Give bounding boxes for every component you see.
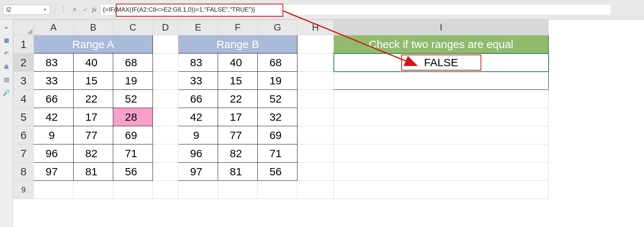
cell-A8[interactable]: 97	[34, 163, 74, 181]
range-a-header[interactable]: Range A	[34, 35, 153, 53]
cell-A5[interactable]: 42	[34, 108, 74, 126]
name-box-dropdown-icon[interactable]: ▼	[43, 8, 47, 12]
cell-H5[interactable]	[297, 108, 334, 126]
row-header-5[interactable]: 5	[13, 108, 34, 126]
cell-H9[interactable]	[297, 181, 334, 199]
select-all-corner[interactable]	[13, 20, 34, 35]
cell-H6[interactable]	[297, 126, 334, 144]
cell-D9[interactable]	[153, 181, 178, 199]
cell-I3[interactable]	[334, 72, 549, 90]
cell-G9[interactable]	[258, 181, 297, 199]
cell-H1[interactable]	[297, 35, 334, 53]
find-icon[interactable]: 🔎	[3, 89, 11, 97]
cell-B2[interactable]: 40	[74, 53, 113, 72]
cell-G7[interactable]: 71	[258, 144, 297, 163]
cell-E3[interactable]: 33	[178, 72, 218, 90]
cell-E4[interactable]: 66	[178, 90, 218, 108]
cell-H2[interactable]	[297, 53, 334, 72]
row-header-8[interactable]: 8	[13, 163, 34, 181]
cell-F5[interactable]: 17	[218, 108, 258, 126]
cell-D5[interactable]	[153, 108, 178, 126]
cell-A9[interactable]	[34, 181, 74, 199]
cell-G5[interactable]: 32	[258, 108, 297, 126]
row-header-9[interactable]: 9	[13, 181, 34, 199]
cell-C2[interactable]: 68	[113, 53, 153, 72]
col-header-B[interactable]: B	[74, 20, 113, 35]
cell-E7[interactable]: 96	[178, 144, 218, 163]
grid-icon[interactable]: ▤	[3, 76, 11, 84]
table-icon[interactable]: ▦	[3, 36, 11, 44]
cell-D1[interactable]	[153, 35, 178, 53]
cell-F6[interactable]: 77	[218, 126, 258, 144]
range-b-header[interactable]: Range B	[178, 35, 297, 53]
cell-H3[interactable]	[297, 72, 334, 90]
row-header-4[interactable]: 4	[13, 90, 34, 108]
row-header-7[interactable]: 7	[13, 144, 34, 163]
cell-B3[interactable]: 15	[74, 72, 113, 90]
cell-E8[interactable]: 97	[178, 163, 218, 181]
cell-D6[interactable]	[153, 126, 178, 144]
cell-D3[interactable]	[153, 72, 178, 90]
cell-D7[interactable]	[153, 144, 178, 163]
col-header-F[interactable]: F	[218, 20, 258, 35]
col-header-D[interactable]: D	[153, 20, 178, 35]
cell-I5[interactable]	[334, 108, 549, 126]
cancel-icon[interactable]: ✕	[70, 6, 78, 14]
accept-icon[interactable]: ✓	[81, 6, 89, 14]
cell-H4[interactable]	[297, 90, 334, 108]
cell-D8[interactable]	[153, 163, 178, 181]
cell-B4[interactable]: 22	[74, 90, 113, 108]
col-header-C[interactable]: C	[113, 20, 153, 35]
check-header[interactable]: Check if two ranges are equal	[334, 35, 549, 53]
col-header-H[interactable]: H	[297, 20, 334, 35]
cell-G4[interactable]: 52	[258, 90, 297, 108]
cell-H8[interactable]	[297, 163, 334, 181]
print-icon[interactable]: 🖶	[3, 63, 11, 71]
cell-G6[interactable]: 69	[258, 126, 297, 144]
cell-A4[interactable]: 66	[34, 90, 74, 108]
cell-F4[interactable]: 22	[218, 90, 258, 108]
cell-B8[interactable]: 81	[74, 163, 113, 181]
cell-E2[interactable]: 83	[178, 53, 218, 72]
expand-panel-icon[interactable]: »	[3, 23, 11, 31]
cell-I7[interactable]	[334, 144, 549, 163]
cell-F2[interactable]: 40	[218, 53, 258, 72]
cell-I4[interactable]	[334, 90, 549, 108]
cell-D2[interactable]	[153, 53, 178, 72]
cell-E9[interactable]	[178, 181, 218, 199]
spreadsheet-grid[interactable]: A B C D E F G H I 1 Range A Range B Chec…	[13, 20, 644, 227]
col-header-E[interactable]: E	[178, 20, 218, 35]
cell-G8[interactable]: 56	[258, 163, 297, 181]
col-header-A[interactable]: A	[34, 20, 74, 35]
cell-E6[interactable]: 9	[178, 126, 218, 144]
cell-A6[interactable]: 9	[34, 126, 74, 144]
cell-I6[interactable]	[334, 126, 549, 144]
row-header-1[interactable]: 1	[13, 35, 34, 53]
cell-H7[interactable]	[297, 144, 334, 163]
cell-C8[interactable]: 56	[113, 163, 153, 181]
fx-icon[interactable]: fx	[92, 7, 96, 13]
name-box[interactable]: I2 ▼	[3, 5, 50, 15]
cell-C6[interactable]: 69	[113, 126, 153, 144]
cell-C3[interactable]: 19	[113, 72, 153, 90]
col-header-I[interactable]: I	[334, 20, 549, 35]
undo-icon[interactable]: ↶	[3, 49, 11, 57]
cell-C7[interactable]: 71	[113, 144, 153, 163]
cell-B5[interactable]: 17	[74, 108, 113, 126]
cell-D4[interactable]	[153, 90, 178, 108]
cell-I9[interactable]	[334, 181, 549, 199]
row-header-3[interactable]: 3	[13, 72, 34, 90]
cell-F8[interactable]: 81	[218, 163, 258, 181]
cell-I2[interactable]: FALSE	[334, 53, 549, 72]
cell-F7[interactable]: 82	[218, 144, 258, 163]
cell-I8[interactable]	[334, 163, 549, 181]
cell-B9[interactable]	[74, 181, 113, 199]
row-header-6[interactable]: 6	[13, 126, 34, 144]
cell-C9[interactable]	[113, 181, 153, 199]
cell-A2[interactable]: 83	[34, 53, 74, 72]
cell-F9[interactable]	[218, 181, 258, 199]
cell-E5[interactable]: 42	[178, 108, 218, 126]
cell-B6[interactable]: 77	[74, 126, 113, 144]
cell-G3[interactable]: 19	[258, 72, 297, 90]
cell-F3[interactable]: 15	[218, 72, 258, 90]
